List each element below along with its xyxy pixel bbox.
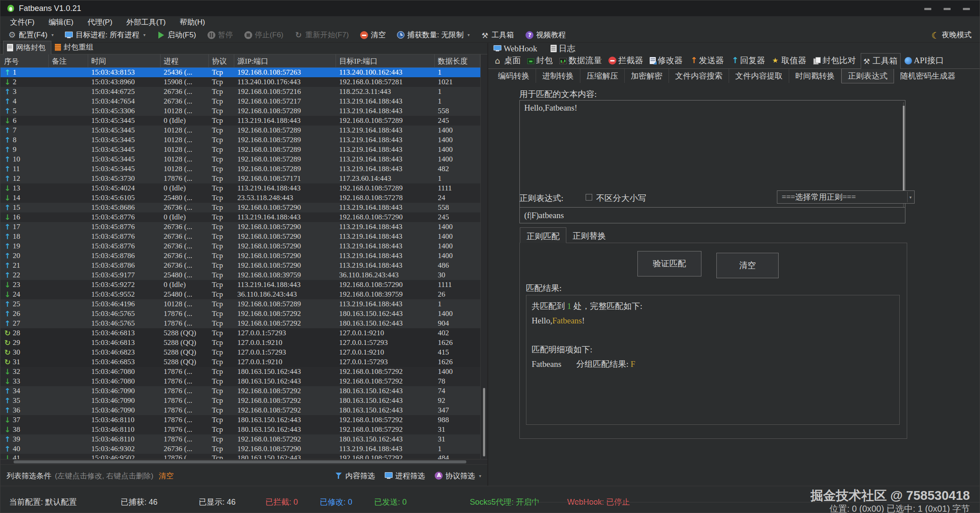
table-row[interactable]: ↻2815:03:46:68135288 (QQ)Tcp127.0.0.1:57… bbox=[0, 328, 480, 338]
subtab-文件内容提取[interactable]: 文件内容提取 bbox=[729, 69, 789, 83]
column-header-1[interactable]: 备注 bbox=[49, 54, 88, 67]
column-header-3[interactable]: 进程 bbox=[161, 54, 209, 67]
tab-桌面[interactable]: 桌面 bbox=[493, 53, 523, 68]
tab-网络封包[interactable]: 网络封包 bbox=[3, 41, 51, 54]
vertical-scrollbar[interactable] bbox=[480, 54, 487, 459]
table-row[interactable]: ↑2015:03:45:878626736 (...Tcp192.168.0.1… bbox=[0, 251, 480, 261]
table-row[interactable]: ↓2315:03:45:92720 (Idle)Tcp113.219.164.1… bbox=[0, 280, 480, 290]
table-row[interactable]: ↓215:03:43:896015908 (...Tcp113.240.100.… bbox=[0, 77, 480, 87]
close-button[interactable] bbox=[963, 8, 970, 10]
table-row[interactable]: ↑2115:03:45:878626736 (...Tcp192.168.0.1… bbox=[0, 261, 480, 270]
menu-item[interactable]: 帮助(H) bbox=[180, 17, 205, 27]
table-row[interactable]: ↓3715:03:46:811017876 (...Tcp180.163.150… bbox=[0, 415, 480, 425]
toolbar-start-button[interactable]: 启动(F5) bbox=[157, 31, 196, 39]
table-row[interactable]: ↻3015:03:46:68235288 (QQ)Tcp127.0.0.1:57… bbox=[0, 348, 480, 357]
table-row[interactable]: ↑2515:03:46:419610128 (...Tcp192.168.0.1… bbox=[0, 299, 480, 309]
subtab-进制转换[interactable]: 进制转换 bbox=[536, 69, 580, 83]
table-row[interactable]: ↑3615:03:46:709017876 (...Tcp192.168.0.1… bbox=[0, 405, 480, 415]
toolbar-pause-button[interactable]: 暂停 bbox=[207, 31, 233, 39]
table-row[interactable]: ↓1315:03:45:40240 (Idle)Tcp113.219.164.1… bbox=[0, 183, 480, 193]
table-row[interactable]: ↓615:03:45:34450 (Idle)Tcp113.219.164.18… bbox=[0, 116, 480, 126]
table-row[interactable]: ↓3215:03:46:708017876 (...Tcp180.163.150… bbox=[0, 367, 480, 377]
table-row[interactable]: ↑2615:03:46:576517876 (...Tcp192.168.0.1… bbox=[0, 309, 480, 319]
tab-日志[interactable]: 日志 bbox=[551, 43, 576, 54]
tab-回复器[interactable]: 回复器 bbox=[729, 53, 768, 68]
table-row[interactable]: ↑1515:03:45:868626736 (...Tcp192.168.0.1… bbox=[0, 203, 480, 212]
tab-拦截器[interactable]: 拦截器 bbox=[607, 53, 646, 68]
table-row[interactable]: ↑915:03:45:344510128 (...Tcp192.168.0.10… bbox=[0, 145, 480, 154]
vertical-scrollbar-thumb[interactable] bbox=[483, 388, 485, 456]
table-row[interactable]: ↑3415:03:46:709017876 (...Tcp192.168.0.1… bbox=[0, 386, 480, 396]
filter-clear-link[interactable]: 清空 bbox=[159, 471, 174, 481]
tab-发送器[interactable]: 发送器 bbox=[687, 53, 726, 68]
subtab-时间戳转换[interactable]: 时间戳转换 bbox=[789, 69, 841, 83]
tab-正则匹配[interactable]: 正则匹配 bbox=[520, 227, 566, 243]
table-row[interactable]: ↑715:03:45:344510128 (...Tcp192.168.0.10… bbox=[0, 126, 480, 135]
table-row[interactable]: ↑415:03:44:765426736 (...Tcp192.168.0.10… bbox=[0, 97, 480, 106]
table-row[interactable]: ↑2215:03:45:917725480 (...Tcp192.168.0.1… bbox=[0, 270, 480, 280]
table-row[interactable]: ↻2915:03:46:68135288 (QQ)Tcp127.0.0.1:92… bbox=[0, 338, 480, 348]
tab-取值器[interactable]: 取值器 bbox=[770, 53, 809, 68]
toolbar-video-tutorial-button[interactable]: 视频教程 bbox=[526, 31, 566, 39]
tab-修改器[interactable]: 修改器 bbox=[648, 53, 685, 68]
toolbar-config-button[interactable]: 配置(F4)▾ bbox=[8, 31, 54, 39]
table-row[interactable]: ↑1215:03:45:373017876 (...Tcp192.168.0.1… bbox=[0, 174, 480, 183]
clear-result-button[interactable]: 清空 bbox=[716, 253, 779, 278]
tab-封包比对[interactable]: 封包比对 bbox=[811, 53, 858, 68]
table-row[interactable]: ↑515:03:45:330610128 (...Tcp192.168.0.10… bbox=[0, 106, 480, 116]
toolbar-restart-button[interactable]: 重新开始(F7) bbox=[295, 31, 349, 39]
column-header-4[interactable]: 协议 bbox=[209, 54, 234, 67]
table-row[interactable]: ↓4115:03:46:950217876 (...Tcp180.163.150… bbox=[0, 454, 480, 459]
horizontal-scrollbar[interactable] bbox=[0, 459, 487, 464]
tab-正则替换[interactable]: 正则替换 bbox=[566, 227, 612, 243]
table-row[interactable]: ↓2415:03:45:955225480 (...Tcp36.110.186.… bbox=[0, 290, 480, 299]
toolbar-target-process-button[interactable]: 目标进程: 所有进程▾ bbox=[65, 31, 145, 39]
column-header-6[interactable]: 目标IP:端口 bbox=[336, 54, 435, 67]
subtab-加密解密[interactable]: 加密解密 bbox=[625, 69, 669, 83]
verify-match-button[interactable]: 验证匹配 bbox=[637, 251, 701, 276]
tab-WebHook[interactable]: WebHook bbox=[494, 44, 537, 54]
filter-内容筛选-button[interactable]: 内容筛选 bbox=[335, 471, 375, 481]
tab-工具箱[interactable]: 工具箱 bbox=[861, 53, 901, 69]
ignore-case-checkbox[interactable] bbox=[586, 194, 592, 201]
table-row[interactable]: ↑1015:03:45:344510128 (...Tcp192.168.0.1… bbox=[0, 154, 480, 164]
table-row[interactable]: ↻3115:03:46:68535288 (QQ)Tcp127.0.0.1:92… bbox=[0, 357, 480, 367]
menu-item[interactable]: 编辑(E) bbox=[49, 17, 74, 27]
toolbar-toolbox-button[interactable]: 工具箱 bbox=[481, 31, 514, 39]
table-row[interactable]: ↑315:03:44:672526736 (...Tcp192.168.0.10… bbox=[0, 87, 480, 97]
textarea-scrollbar-thumb[interactable] bbox=[903, 106, 905, 198]
toolbar-clear-button[interactable]: 清空 bbox=[360, 31, 386, 39]
table-row[interactable]: ↑1815:03:45:877626736 (...Tcp192.168.0.1… bbox=[0, 232, 480, 241]
column-header-7[interactable]: 数据长度 bbox=[435, 54, 480, 67]
tab-数据流量[interactable]: 数据流量 bbox=[558, 53, 604, 68]
table-row[interactable]: ↓1615:03:45:87760 (Idle)Tcp113.219.164.1… bbox=[0, 212, 480, 222]
toolbar-stop-button[interactable]: 停止(F6) bbox=[244, 31, 283, 39]
table-row[interactable]: ↑1115:03:45:344510128 (...Tcp192.168.0.1… bbox=[0, 164, 480, 174]
subtab-压缩解压[interactable]: 压缩解压 bbox=[580, 69, 625, 83]
table-row[interactable]: ↑1715:03:45:877626736 (...Tcp192.168.0.1… bbox=[0, 222, 480, 232]
table-row[interactable]: ↓3815:03:46:811017876 (...Tcp180.163.150… bbox=[0, 425, 480, 434]
minimize-button[interactable] bbox=[924, 8, 931, 10]
filter-进程筛选-button[interactable]: 进程筛选 bbox=[385, 471, 425, 481]
table-row[interactable]: ↑115:03:43:815325436 (...Tcp192.168.0.10… bbox=[0, 68, 480, 77]
tab-封包[interactable]: 封包 bbox=[526, 53, 555, 68]
toolbar-capture-count-button[interactable]: 捕获数量: 无限制▾ bbox=[397, 31, 469, 39]
subtab-随机密码生成器[interactable]: 随机密码生成器 bbox=[894, 69, 962, 83]
table-row[interactable]: ↓1415:03:45:610525480 (...Tcp23.53.118.2… bbox=[0, 193, 480, 203]
column-header-0[interactable]: 序号 bbox=[0, 54, 49, 67]
table-row[interactable]: ↓3315:03:46:708017876 (...Tcp180.163.150… bbox=[0, 377, 480, 386]
preset-regex-select[interactable]: ===选择常用正则=== ▾ bbox=[777, 190, 915, 204]
table-row[interactable]: ↑3515:03:46:709017876 (...Tcp192.168.0.1… bbox=[0, 396, 480, 405]
subtab-正则表达式[interactable]: 正则表达式 bbox=[841, 68, 894, 83]
filter-协议筛选-button[interactable]: 协议筛选▾ bbox=[435, 471, 481, 481]
menu-item[interactable]: 外部工具(T) bbox=[126, 17, 166, 27]
table-row[interactable]: ↑815:03:45:344510128 (...Tcp192.168.0.10… bbox=[0, 135, 480, 145]
table-row[interactable]: ↑4015:03:46:930226736 (...Tcp192.168.0.1… bbox=[0, 444, 480, 454]
regex-input[interactable]: (f|F)atbeans bbox=[519, 207, 905, 223]
tab-封包重组[interactable]: 封包重组 bbox=[51, 41, 99, 54]
subtab-编码转换[interactable]: 编码转换 bbox=[492, 69, 536, 83]
menu-item[interactable]: 代理(P) bbox=[87, 17, 112, 27]
tab-API接口[interactable]: API接口 bbox=[903, 53, 947, 68]
table-row[interactable]: ↑2715:03:46:576517876 (...Tcp192.168.0.1… bbox=[0, 319, 480, 328]
column-header-2[interactable]: 时间 bbox=[88, 54, 161, 67]
